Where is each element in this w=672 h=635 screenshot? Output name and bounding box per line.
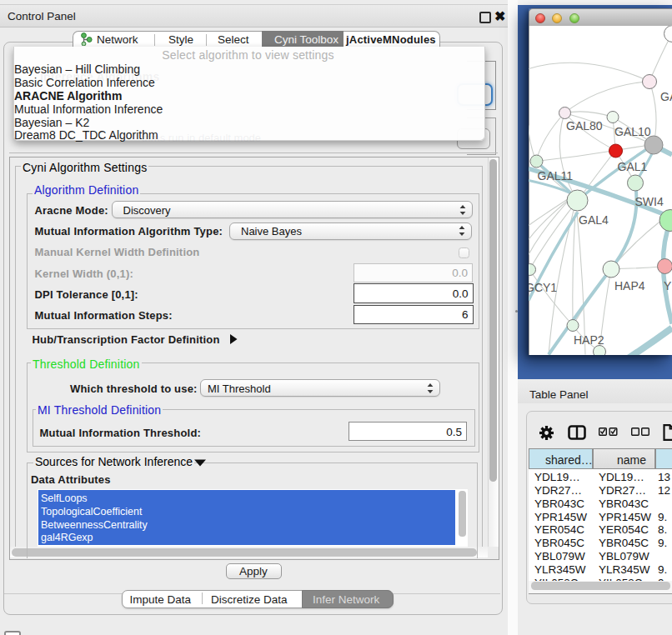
- svg-text:GAL10: GAL10: [614, 124, 651, 138]
- svg-text:HAP2: HAP2: [574, 332, 604, 346]
- svg-text:HAP4: HAP4: [614, 278, 645, 292]
- svg-text:GAL11: GAL11: [538, 169, 574, 182]
- svg-text:GAL1: GAL1: [618, 159, 648, 172]
- svg-text:Y: Y: [664, 278, 672, 292]
- svg-text:GCY1: GCY1: [529, 280, 557, 293]
- svg-text:GAL80: GAL80: [566, 118, 603, 132]
- svg-text:SWI4: SWI4: [635, 194, 664, 208]
- svg-text:GAL8: GAL8: [660, 89, 672, 102]
- svg-text:GAL4: GAL4: [579, 212, 609, 226]
